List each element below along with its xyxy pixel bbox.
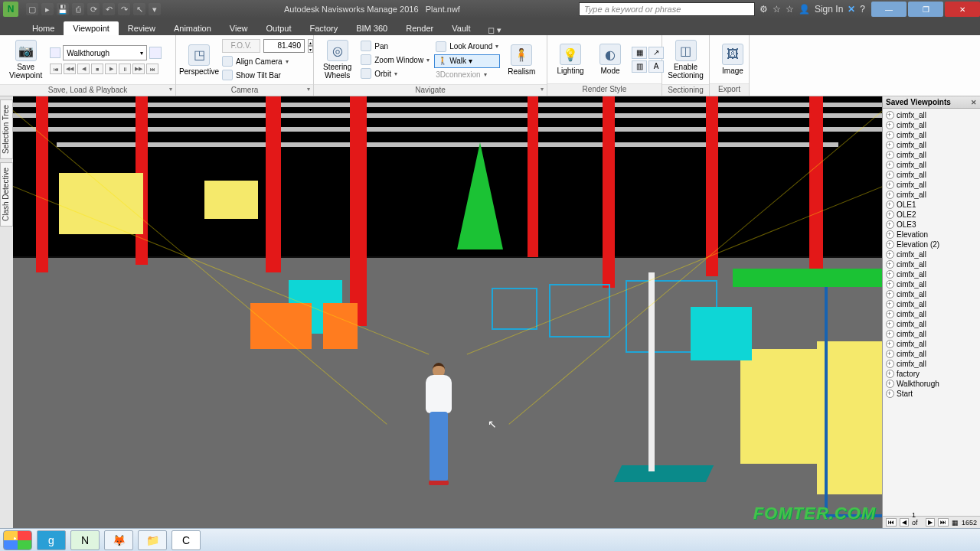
taskbar-navisworks-button[interactable]: N [70,530,100,550]
tab-render[interactable]: Render [397,21,443,35]
x-icon[interactable]: ✕ [848,4,855,15]
enable-sectioning-button[interactable]: ◫Enable Sectioning [667,38,704,81]
sidetab-clash-detective[interactable]: Clash Detective [0,162,13,227]
pb-stepfwd-button[interactable]: ▶▶ [132,64,145,74]
status-last-button[interactable]: ⏭ [938,518,949,527]
tab-factory[interactable]: Factory [301,21,348,35]
pb-play-button[interactable]: ▶ [105,64,117,74]
status-next-button[interactable]: ▶ [926,518,935,527]
saved-viewpoint-item[interactable]: factory [883,369,980,379]
pb-stop-button[interactable]: ■ [91,64,103,74]
exchange-icon[interactable]: ⚙ [760,4,768,15]
ribbon-expand-icon[interactable]: ◻ ▾ [480,25,501,35]
3dconnexion-button[interactable]: 3Dconnexion▾ [434,70,500,80]
saved-viewpoint-item[interactable]: cimfx_all [883,140,980,150]
pan-button[interactable]: Pan [359,40,431,52]
saved-viewpoint-item[interactable]: cimfx_all [883,329,980,339]
taskbar-app2-button[interactable]: C [172,530,201,550]
tab-home[interactable]: Home [23,21,64,35]
rs-4-button[interactable]: A [648,60,664,73]
tab-review[interactable]: Review [119,21,165,35]
walkthrough-select[interactable]: Walkthorugh▾ [63,45,147,60]
zoom-window-button[interactable]: Zoom Window▾ [359,54,431,66]
tab-bim360[interactable]: BIM 360 [347,21,397,35]
realism-button[interactable]: 🧍 Realism [503,43,540,77]
qat-open-icon[interactable]: ▸ [41,3,54,15]
look-around-button[interactable]: Look Around▾ [434,41,500,53]
saved-viewpoint-item[interactable]: cimfx_all [883,249,980,259]
saved-viewpoint-item[interactable]: Start [883,389,980,399]
panel-label-camera[interactable]: Camera▾ [176,84,313,96]
start-button[interactable] [3,530,32,550]
image-button[interactable]: 🖼Image [714,42,751,77]
lighting-button[interactable]: 💡Lighting [552,42,589,77]
align-camera-button[interactable]: Align Camera▾ [220,55,315,67]
rs-3-button[interactable]: ▥ [632,60,647,73]
mode-button[interactable]: ◐Mode [592,42,629,77]
taskbar-firefox-button[interactable]: 🦊 [104,530,133,550]
saved-viewpoint-item[interactable]: cimfx_all [883,299,980,309]
saved-viewpoints-header[interactable]: Saved Viewpoints✕ [883,96,980,109]
saved-viewpoint-item[interactable]: Walkthorugh [883,379,980,389]
saved-viewpoint-item[interactable]: Elevation (2) [883,240,980,249]
saved-viewpoint-item[interactable]: Elevation [883,230,980,240]
saved-viewpoint-item[interactable]: cimfx_all [883,339,980,349]
sidetab-selection-tree[interactable]: Selection Tree [0,99,13,159]
signin-link[interactable]: Sign In [815,4,843,15]
saved-viewpoint-item[interactable]: cimfx_all [883,359,980,369]
user-icon[interactable]: 👤 [799,4,810,15]
saved-viewpoint-item[interactable]: cimfx_all [883,160,980,170]
saved-viewpoint-item[interactable]: cimfx_all [883,259,980,269]
qat-select-icon[interactable]: ↖ [133,3,145,15]
star-icon[interactable]: ☆ [773,4,781,15]
pb-pause-button[interactable]: ⏸ [119,64,131,74]
close-button[interactable]: ✕ [945,2,980,17]
tab-vault[interactable]: Vault [443,21,479,35]
saved-viewpoint-item[interactable]: cimfx_all [883,269,980,279]
pb-back-button[interactable]: ◀ [77,64,90,74]
qat-save-icon[interactable]: 💾 [57,3,69,15]
taskbar-explorer-button[interactable]: 📁 [138,530,167,550]
qat-drop-icon[interactable]: ▾ [149,3,161,15]
perspective-button[interactable]: ◳ Perspective [181,43,217,77]
rs-1-button[interactable]: ▦ [632,47,647,59]
tab-view[interactable]: View [220,21,257,35]
status-prev-button[interactable]: ◀ [900,518,909,527]
rs-2-button[interactable]: ↗ [648,47,664,59]
saved-viewpoint-item[interactable]: OLE2 [883,210,980,220]
saved-viewpoint-item[interactable]: cimfx_all [883,120,980,130]
saved-viewpoints-tree[interactable]: cimfx_allcimfx_allcimfx_allcimfx_allcimf… [883,109,980,516]
star2-icon[interactable]: ☆ [786,4,794,15]
tab-viewpoint[interactable]: Viewpoint [64,21,119,35]
panel-label-navigate[interactable]: Navigate▾ [314,84,547,96]
saved-viewpoint-item[interactable]: cimfx_all [883,309,980,319]
show-tilt-button[interactable]: Show Tilt Bar [220,69,315,81]
walk-button[interactable]: 🚶Walk▾ [434,54,500,68]
maximize-button[interactable]: ❐ [908,2,943,17]
pb-rewind-button[interactable]: ⏮ [50,64,62,74]
pb-stepback-button[interactable]: ◀◀ [64,64,76,74]
edit-animation-icon[interactable] [149,47,162,59]
saved-viewpoint-item[interactable]: cimfx_all [883,180,980,190]
status-first-button[interactable]: ⏮ [886,518,897,527]
help-icon[interactable]: ? [860,4,865,15]
pb-end-button[interactable]: ⏭ [146,64,158,74]
qat-refresh-icon[interactable]: ⟳ [87,3,100,15]
saved-viewpoint-item[interactable]: cimfx_all [883,319,980,329]
qat-new-icon[interactable]: ▢ [26,3,38,15]
qat-print-icon[interactable]: ⎙ [72,3,84,15]
minimize-button[interactable]: — [871,2,906,17]
qat-redo-icon[interactable]: ↷ [118,3,130,15]
saved-viewpoint-item[interactable]: cimfx_all [883,279,980,289]
fov-input[interactable]: 81.490 [263,39,305,53]
tab-output[interactable]: Output [257,21,301,35]
saved-viewpoint-item[interactable]: cimfx_all [883,190,980,200]
search-input[interactable]: Type a keyword or phrase [579,2,755,16]
panel-close-icon[interactable]: ✕ [971,99,977,106]
tab-animation[interactable]: Animation [165,21,220,35]
saved-viewpoint-item[interactable]: cimfx_all [883,289,980,299]
steering-wheels-button[interactable]: ◎ Steering Wheels [318,38,356,81]
saved-viewpoint-item[interactable]: cimfx_all [883,150,980,160]
3d-viewport[interactable]: ↖ FOMTER.COM [13,96,882,528]
qat-undo-icon[interactable]: ↶ [103,3,115,15]
